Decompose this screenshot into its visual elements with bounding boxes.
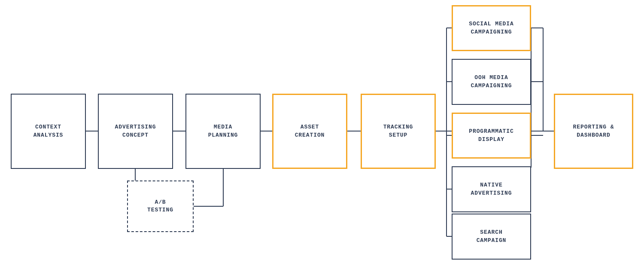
diagram: CONTEXT ANALYSIS ADVERTISING CONCEPT A/B… — [0, 0, 644, 263]
reporting-dashboard-label: REPORTING & DASHBOARD — [573, 123, 614, 139]
programmatic-display-label: PROGRAMMATIC DISPLAY — [469, 128, 514, 143]
context-analysis-label: CONTEXT ANALYSIS — [33, 123, 64, 139]
context-analysis-box: CONTEXT ANALYSIS — [11, 94, 86, 169]
ab-testing-box: A/B TESTING — [127, 180, 194, 232]
search-campaign-label: SEARCH CAMPAIGN — [477, 229, 507, 244]
native-advertising-label: NATIVE ADVERTISING — [471, 181, 512, 197]
reporting-dashboard-box: REPORTING & DASHBOARD — [554, 94, 633, 169]
media-planning-label: MEDIA PLANNING — [208, 123, 238, 139]
search-campaign-box: SEARCH CAMPAIGN — [452, 214, 531, 260]
programmatic-display-box: PROGRAMMATIC DISPLAY — [452, 113, 531, 159]
media-planning-box: MEDIA PLANNING — [185, 94, 261, 169]
social-media-box: SOCIAL MEDIA CAMPAIGNING — [452, 5, 531, 51]
advertising-concept-box: ADVERTISING CONCEPT — [98, 94, 173, 169]
ooh-media-box: OOH MEDIA CAMPAIGNING — [452, 59, 531, 105]
social-media-label: SOCIAL MEDIA CAMPAIGNING — [469, 20, 514, 36]
tracking-setup-label: TRACKING SETUP — [383, 123, 413, 139]
ab-testing-label: A/B TESTING — [147, 199, 173, 214]
native-advertising-box: NATIVE ADVERTISING — [452, 166, 531, 212]
asset-creation-label: ASSET CREATION — [295, 123, 325, 139]
asset-creation-box: ASSET CREATION — [272, 94, 347, 169]
tracking-setup-box: TRACKING SETUP — [361, 94, 436, 169]
ooh-media-label: OOH MEDIA CAMPAIGNING — [471, 74, 512, 89]
advertising-concept-label: ADVERTISING CONCEPT — [115, 123, 156, 139]
